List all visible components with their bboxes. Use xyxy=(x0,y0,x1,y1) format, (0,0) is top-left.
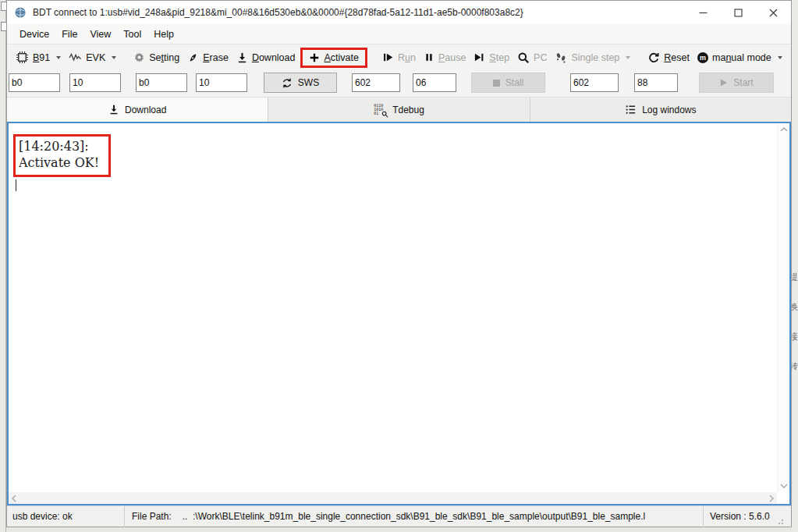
scroll-left-icon[interactable] xyxy=(11,494,17,503)
board-select-dropdown[interactable]: EVK xyxy=(65,49,120,66)
chip-select-dropdown[interactable]: B91 xyxy=(12,48,65,66)
download-icon xyxy=(108,104,119,115)
pc-button[interactable]: PC xyxy=(513,49,551,66)
activate-highlight-box: Activate xyxy=(300,48,367,68)
tab-tdebug[interactable]: 0110101001 Tdebug xyxy=(268,98,530,122)
register-control-row: SWS Stall Start xyxy=(7,70,791,97)
log-highlight-box: [14:20:43]: Activate OK! xyxy=(13,134,111,177)
menu-file[interactable]: File xyxy=(55,26,83,43)
play-icon xyxy=(719,78,728,87)
menu-tool[interactable]: Tool xyxy=(117,26,147,43)
menu-view[interactable]: View xyxy=(83,26,117,43)
menu-help[interactable]: Help xyxy=(147,26,180,43)
menu-device[interactable]: Device xyxy=(13,26,55,43)
pause-button[interactable]: Pause xyxy=(420,49,470,66)
usb-device-status: usb device: ok xyxy=(7,511,124,522)
titlebar[interactable]: BDT connect to 1:usb#vid_248a&pid_9218&m… xyxy=(7,1,791,24)
chevron-down-icon xyxy=(112,56,116,59)
background-glyph-fragment: 转 xyxy=(792,360,798,372)
window-title: BDT connect to 1:usb#vid_248a&pid_9218&m… xyxy=(33,7,686,18)
scroll-up-icon[interactable] xyxy=(779,126,789,133)
statusbar: usb device: ok File Path: .. :\Work\BLE\… xyxy=(7,505,791,527)
run-button[interactable]: Run xyxy=(378,49,420,66)
step-icon xyxy=(473,51,485,63)
background-glyph-fragment: 提 xyxy=(792,271,798,283)
manual-mode-dropdown[interactable]: m manual mode xyxy=(693,50,786,66)
menubar: Device File View Tool Help xyxy=(7,24,791,44)
reset-button[interactable]: Reset xyxy=(644,49,693,66)
file-path-value: .. :\Work\BLE\telink_b91m_ble_single_con… xyxy=(183,511,646,522)
erase-icon xyxy=(187,51,199,64)
stop-square-icon xyxy=(493,80,500,87)
chevron-down-icon xyxy=(56,56,61,59)
minimize-icon xyxy=(699,9,708,17)
waveform-icon xyxy=(69,51,82,63)
download-button[interactable]: Download xyxy=(232,49,300,66)
desktop: 提 换 接 转 BDT connect to 1:usb#vid_248a&pi… xyxy=(0,0,798,532)
tab-download[interactable]: Download xyxy=(7,98,268,122)
close-icon xyxy=(769,9,778,17)
horizontal-scrollbar[interactable] xyxy=(9,492,777,504)
erase-button[interactable]: Erase xyxy=(183,49,232,66)
app-logo-icon xyxy=(14,6,27,19)
background-glyph-fragment: 换 xyxy=(792,301,798,313)
toolbar: B91 EVK Setting xyxy=(7,44,791,70)
activate-button[interactable]: Activate xyxy=(305,50,362,66)
start-button[interactable]: Start xyxy=(699,73,774,93)
tab-bar: Download 0110101001 Tdebug Log windows xyxy=(7,97,791,122)
search-icon xyxy=(517,51,530,64)
step-button[interactable]: Step xyxy=(470,49,513,66)
flash-addr-field-2[interactable] xyxy=(136,73,187,92)
bdt-app-window: BDT connect to 1:usb#vid_248a&pid_9218&m… xyxy=(6,0,792,527)
sws-button[interactable]: SWS xyxy=(264,73,337,93)
reset-icon xyxy=(647,51,660,64)
log-message: Activate OK! xyxy=(19,154,99,171)
chip-icon xyxy=(16,51,29,64)
list-icon xyxy=(625,104,637,115)
flash-size-field-1[interactable] xyxy=(69,73,121,92)
reg-addr-field-1[interactable] xyxy=(352,73,400,92)
manual-mode-icon: m xyxy=(697,52,708,63)
reg-value-field-2[interactable] xyxy=(634,73,678,92)
scroll-right-icon[interactable] xyxy=(768,494,775,503)
download-icon xyxy=(236,51,248,64)
binary-debug-icon: 0110101001 xyxy=(374,104,387,116)
log-output-area[interactable]: [14:20:43]: Activate OK! xyxy=(7,122,791,505)
file-path-section: File Path: .. :\Work\BLE\telink_b91m_ble… xyxy=(125,511,703,522)
file-path-label: File Path: xyxy=(132,511,172,522)
maximize-button[interactable] xyxy=(721,1,756,24)
plus-icon xyxy=(309,52,320,63)
close-button[interactable] xyxy=(756,1,791,24)
background-window-fragment-left xyxy=(0,0,6,532)
background-glyph-fragment: 接 xyxy=(792,331,798,342)
minimize-button[interactable] xyxy=(686,1,721,24)
tab-log-windows[interactable]: Log windows xyxy=(530,98,791,122)
setting-button[interactable]: Setting xyxy=(129,49,183,66)
flash-addr-field-1[interactable] xyxy=(9,73,60,92)
refresh-icon xyxy=(282,77,293,89)
flash-size-field-2[interactable] xyxy=(196,73,247,92)
reg-addr-field-2[interactable] xyxy=(570,73,619,92)
stall-button[interactable]: Stall xyxy=(471,73,545,93)
vertical-scrollbar[interactable] xyxy=(777,123,789,492)
gear-icon xyxy=(133,51,145,63)
maximize-icon xyxy=(734,9,743,17)
chevron-down-icon xyxy=(626,56,630,59)
pause-icon xyxy=(424,51,434,63)
single-step-dropdown[interactable]: Single step xyxy=(551,49,634,66)
scroll-down-icon[interactable] xyxy=(779,483,789,489)
chevron-down-icon xyxy=(778,56,782,59)
resize-grip[interactable] xyxy=(777,518,783,524)
footsteps-icon xyxy=(555,51,567,64)
run-icon xyxy=(382,51,394,63)
background-window-fragment-right: 提 换 接 转 xyxy=(792,0,798,532)
text-caret xyxy=(16,179,16,191)
log-timestamp: [14:20:43]: xyxy=(19,138,99,154)
reg-value-field-1[interactable] xyxy=(413,73,456,92)
